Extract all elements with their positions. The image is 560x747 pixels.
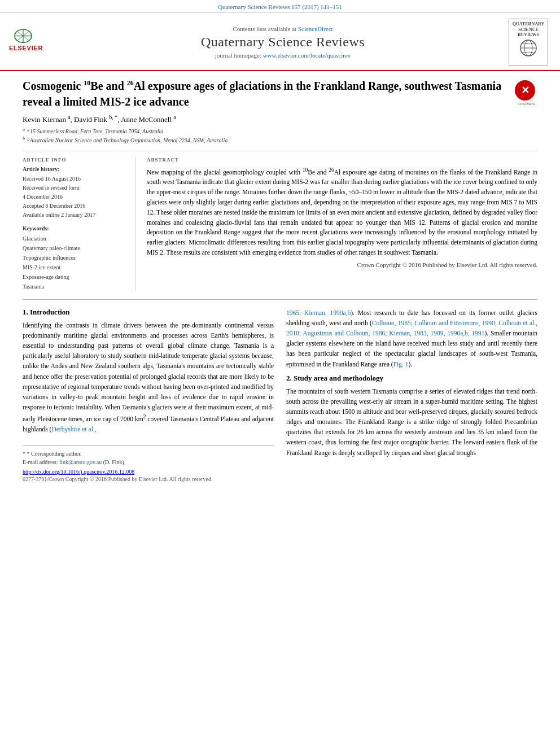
- keyword-2: Topographic influences: [23, 253, 126, 263]
- authors-line: Kevin Kiernan a, David Fink b, *, Anne M…: [23, 114, 537, 124]
- article-title: Cosmogenic 10Be and 26Al exposure ages o…: [23, 78, 515, 110]
- main-content: Cosmogenic 10Be and 26Al exposure ages o…: [0, 71, 560, 492]
- article-title-section: Cosmogenic 10Be and 26Al exposure ages o…: [23, 78, 537, 110]
- ref-derbyshire[interactable]: Derbyshire et al.,: [51, 426, 96, 433]
- ref-fig1[interactable]: Fig. 1: [393, 361, 409, 368]
- sciencedirect-link[interactable]: ScienceDirect: [298, 25, 333, 32]
- ref-1965[interactable]: 1965; Kiernan, 1990a,b: [286, 309, 351, 316]
- doi-link[interactable]: http://dx.doi.org/10.1016/j.quascirev.20…: [23, 469, 134, 475]
- svg-text:ELSEVIER: ELSEVIER: [9, 45, 43, 51]
- section-divider: [23, 299, 537, 300]
- crossmark-circle: ✕: [515, 80, 535, 101]
- article-info: ARTICLE INFO Article history: Received 1…: [23, 157, 135, 291]
- keyword-3: MIS-2 ice extent: [23, 263, 126, 272]
- abstract-section: ABSTRACT New mapping of the glacial geom…: [147, 157, 537, 291]
- intro-para-2: 1965; Kiernan, 1990a,b). Most research t…: [286, 308, 537, 369]
- email-link[interactable]: fink@ansto.gov.au: [59, 459, 102, 465]
- received-date: Received 16 August 2016: [23, 174, 126, 184]
- available-date: Available online 2 January 2017: [23, 211, 126, 220]
- keyword-0: Glaciation: [23, 234, 126, 243]
- study-area-para-1: The mountains of south western Tasmania …: [286, 386, 537, 458]
- received-revised-label: Received in revised form: [23, 184, 126, 193]
- issn-line: 0277-3791/Crown Copyright © 2016 Publish…: [23, 476, 274, 482]
- abstract-title: ABSTRACT: [147, 157, 537, 163]
- svg-rect-7: [514, 38, 542, 60]
- journal-header: ELSEVIER Contents lists available at Sci…: [0, 13, 560, 71]
- article-info-title: ARTICLE INFO: [23, 157, 126, 163]
- ref-colhoun1985[interactable]: Colhoun, 1985; Colhoun and Fitzsimons, 1…: [286, 320, 537, 337]
- keywords-list: Glaciation Quaternary paleo-climate Topo…: [23, 234, 126, 291]
- contents-line: Contents lists available at ScienceDirec…: [60, 25, 506, 32]
- abstract-text: New mapping of the glacial geomorphology…: [147, 166, 537, 258]
- journal-center: Contents lists available at ScienceDirec…: [60, 25, 506, 59]
- affiliations: a ᵃ 15 Summerless Road, Fern Tree, Tasma…: [23, 126, 537, 145]
- footnote-email: E-mail address: fink@ansto.gov.au (D. Fi…: [23, 458, 274, 466]
- keywords-title: Keywords:: [23, 225, 126, 231]
- accepted-date: Accepted 8 December 2016: [23, 202, 126, 211]
- footnote-area: * * Corresponding author. E-mail address…: [23, 445, 274, 466]
- journal-reference-bar: Quaternary Science Reviews 157 (2017) 14…: [0, 0, 560, 13]
- revised-date: 4 December 2016: [23, 193, 126, 202]
- keyword-5: Tasmania: [23, 282, 126, 291]
- intro-section: 1. Introduction Identifying the contrast…: [23, 308, 274, 483]
- journal-title: Quaternary Science Reviews: [60, 34, 506, 50]
- article-info-abstract-section: ARTICLE INFO Article history: Received 1…: [23, 151, 537, 291]
- intro-para-1: Identifying the contrasts in climate dri…: [23, 320, 274, 435]
- history-label: Article history:: [23, 166, 126, 172]
- journal-logo-right: QUATERNARY SCIENCE REVIEWS: [506, 19, 551, 65]
- copyright-line: Crown Copyright © 2016 Published by Else…: [147, 261, 537, 268]
- body-right: 1965; Kiernan, 1990a,b). Most research t…: [286, 308, 537, 483]
- footnote-corresponding: * * Corresponding author.: [23, 449, 274, 458]
- keyword-1: Quaternary paleo-climate: [23, 243, 126, 253]
- journal-logo-icon: [514, 38, 542, 60]
- keyword-4: Exposure-age dating: [23, 272, 126, 282]
- elsevier-logo: ELSEVIER: [9, 27, 60, 57]
- body-section: 1. Introduction Identifying the contrast…: [23, 308, 537, 483]
- homepage-line: journal homepage: www.elsevier.com/locat…: [60, 52, 506, 59]
- journal-ref-text: Quaternary Science Reviews 157 (2017) 14…: [218, 3, 342, 10]
- intro-heading: 1. Introduction: [23, 308, 274, 317]
- doi-line[interactable]: http://dx.doi.org/10.1016/j.quascirev.20…: [23, 469, 274, 475]
- journal-logo-box: QUATERNARY SCIENCE REVIEWS: [509, 19, 548, 65]
- study-area-heading: 2. Study area and methodology: [286, 374, 537, 383]
- crossmark-badge[interactable]: ✕ CrossMark: [515, 80, 537, 106]
- journal-homepage-link[interactable]: www.elsevier.com/locate/quascirev: [263, 52, 351, 59]
